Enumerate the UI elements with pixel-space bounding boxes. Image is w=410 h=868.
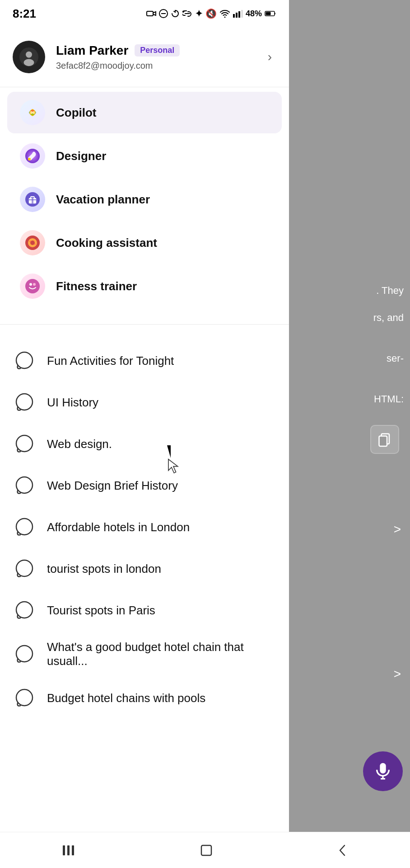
chat-icon-5 — [13, 557, 36, 580]
right-panel-text-2: rs, and — [373, 312, 404, 324]
chat-icon-4 — [13, 515, 36, 539]
drawer-panel: 8:21 ✦ 🔇 48% — [0, 0, 289, 868]
svg-point-34 — [16, 394, 33, 410]
status-icons: ✦ 🔇 48% — [146, 8, 276, 19]
vacation-icon — [20, 187, 45, 212]
chat-icon-0 — [13, 349, 36, 373]
chat-item-tourist-london[interactable]: tourist spots in london — [0, 548, 289, 590]
nav-menu-button[interactable] — [48, 841, 89, 860]
profile-section[interactable]: Liam Parker Personal 3efac8f2@moodjoy.co… — [0, 27, 289, 82]
divider-1 — [0, 87, 289, 87]
fitness-icon — [20, 274, 45, 299]
nav-bar — [0, 832, 410, 868]
chat-label-fun-activities: Fun Activities for Tonight — [47, 354, 174, 368]
profile-name: Liam Parker — [56, 43, 128, 58]
svg-point-33 — [16, 352, 33, 368]
svg-point-37 — [16, 519, 33, 535]
chat-label-budget-hotel-chain: What's a good budget hotel chain that us… — [47, 640, 276, 668]
app-label-designer: Designer — [56, 149, 106, 163]
svg-point-38 — [16, 560, 33, 576]
chat-label-web-design-brief: Web Design Brief History — [47, 479, 178, 493]
profile-info: Liam Parker Personal 3efac8f2@moodjoy.co… — [56, 43, 257, 71]
chat-item-web-design[interactable]: Web design. — [0, 423, 289, 465]
svg-point-32 — [33, 283, 36, 286]
svg-point-40 — [16, 646, 33, 662]
chat-item-web-design-brief[interactable]: Web Design Brief History — [0, 465, 289, 506]
app-item-cooking[interactable]: Cooking assistant — [7, 222, 282, 264]
section-gap-2 — [0, 329, 289, 340]
svg-rect-42 — [63, 845, 65, 855]
chat-item-tourist-paris[interactable]: Tourist spots in Paris — [0, 590, 289, 631]
svg-rect-11 — [266, 12, 271, 15]
chat-icon-1 — [13, 391, 36, 414]
chat-item-ui-history[interactable]: UI History — [0, 382, 289, 423]
svg-point-14 — [24, 59, 34, 66]
svg-rect-44 — [72, 845, 74, 855]
chat-label-tourist-paris: Tourist spots in Paris — [47, 604, 155, 618]
right-panel-text-4: HTML: — [374, 393, 404, 405]
right-panel-arrow-1: > — [394, 522, 401, 537]
svg-point-30 — [25, 279, 40, 293]
status-time: 8:21 — [13, 7, 36, 21]
app-label-copilot: Copilot — [56, 106, 97, 120]
chat-label-web-design: Web design. — [47, 437, 112, 451]
chat-label-tourist-london: tourist spots in london — [47, 562, 161, 576]
svg-point-29 — [34, 244, 36, 245]
copilot-icon — [20, 100, 45, 125]
svg-rect-8 — [238, 11, 240, 18]
cooking-icon — [20, 230, 45, 255]
chat-item-budget-with-pools[interactable]: Budget hotel chains with pools — [0, 677, 289, 719]
chat-icon-8 — [13, 686, 36, 710]
chat-label-ui-history: UI History — [47, 396, 98, 410]
nav-home-button[interactable] — [186, 839, 227, 862]
svg-point-31 — [29, 283, 32, 286]
chat-item-fun-activities[interactable]: Fun Activities for Tonight — [0, 340, 289, 382]
chat-icon-7 — [13, 642, 36, 666]
svg-rect-1 — [379, 436, 387, 447]
app-item-copilot[interactable]: Copilot — [7, 92, 282, 133]
svg-point-28 — [33, 240, 35, 241]
section-gap — [0, 309, 289, 320]
svg-rect-45 — [201, 845, 211, 855]
designer-icon — [20, 143, 45, 169]
app-label-fitness: Fitness trainer — [56, 279, 137, 293]
chat-item-affordable-hotels[interactable]: Affordable hotels in London — [0, 506, 289, 548]
svg-point-17 — [28, 158, 31, 160]
right-panel-text-3: ser- — [387, 353, 404, 364]
chat-label-affordable-hotels: Affordable hotels in London — [47, 520, 190, 534]
app-label-vacation: Vacation planner — [56, 193, 150, 207]
app-item-designer[interactable]: Designer — [7, 135, 282, 177]
app-label-cooking: Cooking assistant — [56, 236, 157, 250]
svg-point-5 — [224, 17, 225, 18]
nav-back-button[interactable] — [324, 839, 362, 862]
chat-label-budget-with-pools: Budget hotel chains with pools — [47, 691, 205, 705]
chat-icon-2 — [13, 432, 36, 456]
app-item-vacation[interactable]: Vacation planner — [7, 179, 282, 220]
svg-point-27 — [29, 241, 31, 242]
profile-badge: Personal — [135, 44, 180, 57]
mic-button[interactable] — [363, 751, 403, 791]
svg-rect-9 — [241, 10, 243, 18]
svg-point-13 — [26, 52, 32, 58]
svg-point-41 — [16, 689, 33, 706]
status-bar: 8:21 ✦ 🔇 48% — [0, 0, 289, 27]
svg-rect-2 — [147, 11, 153, 16]
copy-icon[interactable] — [370, 425, 399, 454]
svg-rect-7 — [236, 13, 238, 18]
chat-icon-3 — [13, 474, 36, 497]
right-panel-text-1: . They — [376, 285, 404, 297]
right-panel-arrow-2: > — [394, 667, 401, 681]
profile-chevron-icon[interactable]: › — [268, 50, 272, 64]
svg-point-36 — [16, 477, 33, 493]
svg-rect-43 — [67, 845, 70, 855]
chat-icon-6 — [13, 599, 36, 622]
app-item-fitness[interactable]: Fitness trainer — [7, 265, 282, 307]
profile-email: 3efac8f2@moodjoy.com — [56, 61, 257, 71]
svg-rect-6 — [233, 14, 235, 18]
divider-2 — [0, 324, 289, 325]
avatar — [13, 41, 45, 73]
chat-item-budget-hotel-chain[interactable]: What's a good budget hotel chain that us… — [0, 631, 289, 677]
svg-point-35 — [16, 435, 33, 452]
svg-point-39 — [16, 602, 33, 618]
